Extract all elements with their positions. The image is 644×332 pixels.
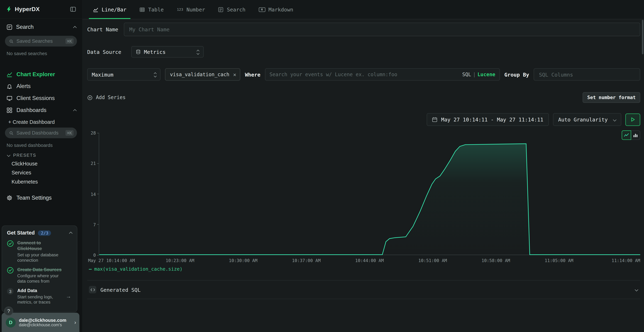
add-series-label: Add Series bbox=[96, 95, 126, 100]
tab-label: Search bbox=[227, 6, 246, 13]
chart-name-input[interactable] bbox=[124, 23, 640, 36]
get-started-step-connect[interactable]: Connect to ClickHouse Set up your databa… bbox=[7, 240, 72, 263]
preset-services[interactable]: Services bbox=[0, 168, 82, 178]
data-source-select[interactable]: Metrics bbox=[131, 46, 204, 58]
tab-line-bar[interactable]: Line/Bar bbox=[87, 0, 132, 19]
tab-table[interactable]: Table bbox=[134, 0, 170, 19]
tab-markdown[interactable]: M Markdown bbox=[253, 0, 299, 19]
lucene-toggle[interactable]: Lucene bbox=[478, 72, 495, 77]
line-chart-icon bbox=[93, 7, 98, 12]
x-tick-label: 10:37:00 AM bbox=[292, 258, 320, 263]
bar-chart-icon bbox=[633, 132, 638, 138]
line-chart-toggle-button[interactable] bbox=[622, 130, 631, 140]
chevron-up-icon[interactable] bbox=[73, 26, 77, 29]
chart-name-label: Chart Name bbox=[87, 26, 118, 32]
generated-sql-section[interactable]: Generated SQL bbox=[87, 280, 640, 299]
nav-label: Alerts bbox=[16, 83, 30, 90]
x-axis: May 27 10:14:00 AM10:23:00 AM10:30:00 AM… bbox=[99, 257, 640, 264]
data-source-label: Data Source bbox=[87, 49, 121, 55]
sidebar-item-team-settings[interactable]: Team Settings bbox=[0, 186, 82, 204]
saved-searches-input[interactable]: Saved Searches ⌘K bbox=[5, 36, 77, 46]
x-tick-label: 10:58:00 AM bbox=[482, 258, 510, 263]
chart-type-tabbar: Line/Bar Table 123 Number Search M Markd… bbox=[82, 0, 644, 19]
chevron-up-icon[interactable] bbox=[73, 109, 77, 112]
run-query-button[interactable] bbox=[626, 114, 640, 126]
saved-searches-placeholder: Saved Searches bbox=[16, 38, 62, 44]
avatar: D bbox=[6, 317, 16, 327]
database-icon bbox=[136, 49, 141, 54]
group-by-label: Group By bbox=[504, 71, 529, 78]
sql-toggle[interactable]: SQL bbox=[462, 72, 471, 77]
tab-search[interactable]: Search bbox=[212, 0, 251, 19]
aggregation-select[interactable]: Maximum bbox=[87, 68, 160, 81]
line-series bbox=[99, 133, 640, 255]
help-button[interactable]: ? bbox=[4, 306, 13, 316]
step-title: Connect to ClickHouse bbox=[17, 240, 66, 251]
where-input[interactable]: Search your events w/ Lucene ex. column:… bbox=[265, 68, 500, 81]
step-subtitle: Set up your database connection bbox=[17, 252, 66, 263]
search-icon bbox=[9, 130, 14, 135]
sidebar-collapse-icon[interactable] bbox=[70, 6, 76, 12]
monitor-icon bbox=[6, 95, 12, 101]
search-icon bbox=[9, 39, 14, 43]
data-source-value: Metrics bbox=[144, 49, 166, 55]
metric-chip-label: visa_validation_cach bbox=[170, 72, 229, 77]
sidebar-item-dashboards[interactable]: Dashboards bbox=[0, 104, 82, 116]
x-tick-label: 10:30:00 AM bbox=[229, 258, 258, 263]
play-icon bbox=[631, 117, 635, 122]
saved-dashboards-input[interactable]: Saved Dashboards ⌘K bbox=[5, 128, 77, 138]
number-123-icon: 123 bbox=[177, 7, 183, 12]
preset-kubernetes[interactable]: Kubernetes bbox=[0, 177, 82, 186]
step-subtitle: Configure where your data comes from bbox=[17, 273, 66, 284]
chevron-down-icon[interactable] bbox=[635, 288, 638, 292]
metric-chip[interactable]: visa_validation_cach × bbox=[165, 68, 240, 81]
chart-mode-toggles bbox=[622, 130, 640, 140]
chart-legend[interactable]: — max(visa_validation_cache.size) bbox=[89, 266, 182, 272]
bar-chart-toggle-button[interactable] bbox=[631, 130, 640, 140]
remove-metric-button[interactable]: × bbox=[233, 72, 236, 77]
where-placeholder: Search your events w/ Lucene ex. column:… bbox=[270, 72, 459, 77]
arrow-right-icon[interactable]: → bbox=[66, 293, 71, 300]
chevron-up-icon[interactable] bbox=[69, 232, 73, 235]
create-dashboard-button[interactable]: + Create Dashboard bbox=[0, 116, 82, 126]
group-by-input[interactable] bbox=[534, 68, 640, 81]
add-series-button[interactable]: Add Series bbox=[87, 95, 126, 100]
sidebar-item-client-sessions[interactable]: Client Sessions bbox=[0, 92, 82, 104]
get-started-step-add-data[interactable]: 3 Add Data Start sending logs, metrics, … bbox=[7, 288, 72, 305]
chart-line-icon bbox=[6, 71, 12, 77]
markdown-icon: M bbox=[259, 7, 265, 12]
table-icon bbox=[140, 7, 145, 12]
logo-text: HyperDX bbox=[15, 6, 40, 12]
tab-label: Table bbox=[148, 6, 164, 13]
get-started-step-sources[interactable]: Create Data Sources Configure where your… bbox=[7, 266, 72, 284]
sidebar-item-chart-explorer[interactable]: Chart Explorer bbox=[0, 68, 82, 80]
aggregation-value: Maximum bbox=[92, 71, 114, 78]
sidebar-item-alerts[interactable]: Alerts bbox=[0, 80, 82, 92]
search-section-label: Search bbox=[16, 24, 34, 30]
x-tick-label: 10:51:00 AM bbox=[418, 258, 447, 263]
sidebar-section-search[interactable]: Search bbox=[0, 18, 82, 34]
tab-number[interactable]: 123 Number bbox=[171, 0, 211, 19]
date-range-picker[interactable]: May 27 10:14:11 - May 27 11:14:11 bbox=[427, 113, 549, 126]
select-chevrons-icon bbox=[154, 72, 156, 77]
presets-toggle[interactable]: PRESETS bbox=[0, 148, 82, 159]
check-circle-icon bbox=[7, 240, 14, 247]
get-started-header[interactable]: Get Started 2/3 bbox=[7, 230, 72, 236]
plot-area[interactable] bbox=[99, 133, 640, 255]
user-email: dale@clickhouse.com bbox=[19, 318, 71, 323]
hyperdx-logo[interactable]: HyperDX bbox=[6, 6, 40, 12]
presets-label: PRESETS bbox=[13, 152, 36, 158]
granularity-select[interactable]: Auto Granularity bbox=[553, 113, 621, 126]
get-started-card: Get Started 2/3 Connect to ClickHouse Se… bbox=[2, 226, 77, 312]
x-tick-label: 10:23:00 AM bbox=[166, 258, 194, 263]
code-icon bbox=[89, 286, 96, 293]
set-number-format-button[interactable]: Set number format bbox=[583, 92, 640, 103]
time-series-chart: 07142128 May 27 10: bbox=[87, 133, 640, 274]
preset-clickhouse[interactable]: ClickHouse bbox=[0, 159, 82, 168]
progress-badge: 2/3 bbox=[38, 230, 51, 236]
scrollbar-thumb[interactable] bbox=[642, 20, 644, 54]
sidebar: HyperDX Search Saved Searches ⌘K No save… bbox=[0, 0, 82, 332]
calendar-icon bbox=[432, 117, 438, 122]
logo-bolt-icon bbox=[6, 6, 12, 12]
user-menu[interactable]: D dale@clickhouse.com dale@clickhouse.co… bbox=[2, 313, 80, 332]
